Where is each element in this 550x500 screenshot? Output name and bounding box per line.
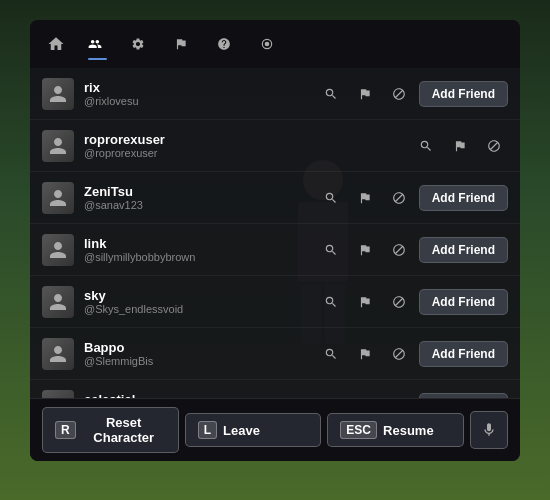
nav-people-tab[interactable] (78, 29, 117, 59)
person-actions: Add Friend (317, 184, 508, 212)
person-name: roprorexuser (84, 132, 402, 147)
person-row: celestial@svrdinesAdd Friend (30, 380, 520, 398)
bottom-btn-label: Resume (383, 423, 434, 438)
person-info: ZeniTsu@sanav123 (84, 184, 307, 211)
svg-point-1 (265, 42, 270, 47)
key-badge: L (198, 421, 217, 439)
help-icon (217, 37, 231, 51)
person-handle: @roprorexuser (84, 147, 402, 159)
add-friend-button[interactable]: Add Friend (419, 341, 508, 367)
person-handle: @SlemmigBis (84, 355, 307, 367)
nav-help-tab[interactable] (207, 29, 246, 59)
flag-player-button[interactable] (446, 132, 474, 160)
record-icon (260, 37, 274, 51)
person-name: Bappo (84, 340, 307, 355)
block-player-button[interactable] (385, 80, 413, 108)
person-info: rix@rixlovesu (84, 80, 307, 107)
add-friend-button[interactable]: Add Friend (419, 289, 508, 315)
person-actions: Add Friend (317, 236, 508, 264)
person-handle: @sillymillybobbybrown (84, 251, 307, 263)
bottom-resume-button[interactable]: ESCResume (327, 413, 464, 447)
key-badge: ESC (340, 421, 377, 439)
search-player-button[interactable] (317, 340, 345, 368)
nav-home-button[interactable] (38, 26, 74, 62)
block-player-button[interactable] (385, 236, 413, 264)
block-player-button[interactable] (385, 392, 413, 399)
flag-player-button[interactable] (351, 392, 379, 399)
person-avatar (42, 78, 74, 110)
bottom-btn-label: Leave (223, 423, 260, 438)
search-player-button[interactable] (317, 80, 345, 108)
person-handle: @sanav123 (84, 199, 307, 211)
block-player-button[interactable] (385, 340, 413, 368)
person-avatar (42, 390, 74, 399)
add-friend-button[interactable]: Add Friend (419, 393, 508, 399)
person-info: roprorexuser@roprorexuser (84, 132, 402, 159)
report-icon (174, 37, 188, 51)
person-actions: Add Friend (317, 288, 508, 316)
person-info: sky@Skys_endlessvoid (84, 288, 307, 315)
add-friend-button[interactable]: Add Friend (419, 185, 508, 211)
person-actions: Add Friend (317, 392, 508, 399)
person-info: link@sillymillybobbybrown (84, 236, 307, 263)
person-avatar (42, 130, 74, 162)
person-row: Bappo@SlemmigBisAdd Friend (30, 328, 520, 380)
person-row: roprorexuser@roprorexuser (30, 120, 520, 172)
bottom-leave-button[interactable]: LLeave (185, 413, 322, 447)
bottom-btn-label: Reset Character (82, 415, 166, 445)
flag-player-button[interactable] (351, 340, 379, 368)
search-player-button[interactable] (317, 184, 345, 212)
person-row: sky@Skys_endlessvoidAdd Friend (30, 276, 520, 328)
person-row: link@sillymillybobbybrownAdd Friend (30, 224, 520, 276)
bottom-reset-character-button[interactable]: RReset Character (42, 407, 179, 453)
person-actions (412, 132, 508, 160)
search-player-button[interactable] (412, 132, 440, 160)
person-avatar (42, 234, 74, 266)
add-friend-button[interactable]: Add Friend (419, 237, 508, 263)
person-avatar (42, 286, 74, 318)
person-avatar (42, 338, 74, 370)
person-row: ZeniTsu@sanav123Add Friend (30, 172, 520, 224)
people-icon (88, 37, 102, 51)
search-player-button[interactable] (317, 392, 345, 399)
person-avatar (42, 182, 74, 214)
nav-record-tab[interactable] (250, 29, 289, 59)
person-info: Bappo@SlemmigBis (84, 340, 307, 367)
bottom-bar: RReset CharacterLLeaveESCResume (30, 398, 520, 461)
person-name: ZeniTsu (84, 184, 307, 199)
person-name: link (84, 236, 307, 251)
flag-player-button[interactable] (351, 288, 379, 316)
search-player-button[interactable] (317, 236, 345, 264)
search-player-button[interactable] (317, 288, 345, 316)
main-panel: rix@rixlovesuAdd Friend roprorexuser@rop… (30, 20, 520, 461)
person-row: rix@rixlovesuAdd Friend (30, 68, 520, 120)
settings-icon (131, 37, 145, 51)
person-info: celestial@svrdines (84, 392, 307, 398)
key-badge: R (55, 421, 76, 439)
home-icon (47, 35, 65, 53)
nav-settings-tab[interactable] (121, 29, 160, 59)
person-handle: @Skys_endlessvoid (84, 303, 307, 315)
flag-player-button[interactable] (351, 184, 379, 212)
block-player-button[interactable] (480, 132, 508, 160)
add-friend-button[interactable]: Add Friend (419, 81, 508, 107)
person-actions: Add Friend (317, 340, 508, 368)
person-actions: Add Friend (317, 80, 508, 108)
person-name: rix (84, 80, 307, 95)
person-name: sky (84, 288, 307, 303)
person-name: celestial (84, 392, 307, 398)
nav-report-tab[interactable] (164, 29, 203, 59)
flag-player-button[interactable] (351, 80, 379, 108)
people-list: rix@rixlovesuAdd Friend roprorexuser@rop… (30, 68, 520, 398)
block-player-button[interactable] (385, 184, 413, 212)
nav-bar (30, 20, 520, 68)
mic-icon (481, 422, 497, 438)
block-player-button[interactable] (385, 288, 413, 316)
mic-button[interactable] (470, 411, 508, 449)
flag-player-button[interactable] (351, 236, 379, 264)
person-handle: @rixlovesu (84, 95, 307, 107)
